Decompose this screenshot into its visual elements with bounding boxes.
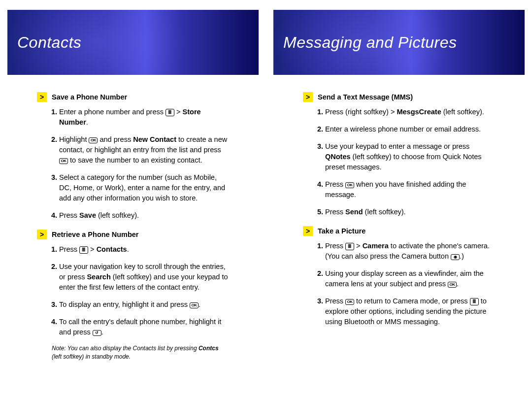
section-title: Take a Picture: [318, 227, 366, 235]
ok-icon: OK: [59, 158, 68, 164]
step: To call the entry's default phone number…: [59, 317, 229, 337]
step: Press Save (left softkey).: [59, 210, 229, 221]
menu-icon: ≣: [470, 298, 479, 305]
section-header: >Take a Picture: [303, 226, 495, 236]
arrow-icon: >: [303, 92, 313, 102]
ok-icon: OK: [345, 299, 354, 305]
step: To display an entry, highlight it and pr…: [59, 299, 229, 310]
banner-title-messaging: Messaging and Pictures: [283, 33, 457, 52]
arrow-icon: >: [303, 226, 313, 236]
section-title: Retrieve a Phone Number: [52, 231, 138, 238]
section: >Take a PicturePress ≣ > Camera to activ…: [303, 226, 495, 327]
section: >Retrieve a Phone NumberPress ≣ > Contac…: [37, 230, 229, 361]
step-list: Press ≣ > Contacts.Use your navigation k…: [37, 244, 229, 337]
step: Press ≣ > Contacts.: [59, 244, 229, 255]
ok-icon: OK: [448, 282, 457, 288]
step: Select a category for the number (such a…: [59, 172, 229, 203]
page-contacts: Contacts >Save a Phone NumberEnter a pho…: [7, 10, 259, 370]
ok-icon: OK: [89, 137, 98, 143]
step: Use your navigation key to scroll throug…: [59, 262, 229, 293]
menu-icon: ≣: [79, 246, 88, 254]
arrow-icon: >: [37, 230, 47, 239]
step-list: Press (right softkey) > MesgsCreate (lef…: [303, 107, 495, 217]
step: Press OK to return to Camera mode, or pr…: [325, 296, 495, 327]
ok-icon: OK: [190, 302, 199, 308]
section: >Save a Phone NumberEnter a phone number…: [37, 92, 229, 221]
arrow-icon: >: [37, 92, 47, 102]
section-header: >Send a Text Message (MMS): [303, 92, 495, 102]
step: Use your keypad to enter a message or pr…: [325, 141, 495, 172]
step-list: Enter a phone number and press ≣ > Store…: [37, 107, 229, 221]
menu-icon: ≣: [345, 243, 354, 250]
step: Using your display screen as a viewfinde…: [325, 268, 495, 289]
ok-icon: OK: [345, 182, 354, 188]
step: Press Send (left softkey).: [325, 207, 495, 217]
note: Note: You can also display the Contacts …: [37, 344, 229, 361]
menu-icon: ≣: [166, 109, 174, 116]
content-left: >Save a Phone NumberEnter a phone number…: [7, 92, 259, 361]
section-header: >Save a Phone Number: [37, 92, 229, 102]
page-messaging: Messaging and Pictures >Send a Text Mess…: [273, 10, 525, 370]
section: >Send a Text Message (MMS)Press (right s…: [303, 92, 495, 217]
step: Enter a phone number and press ≣ > Store…: [59, 107, 229, 128]
section-title: Save a Phone Number: [52, 93, 127, 101]
step: Press (right softkey) > MesgsCreate (lef…: [325, 107, 495, 117]
step: Enter a wireless phone number or email a…: [325, 124, 495, 134]
step: Highlight OK and press New Contact to cr…: [59, 134, 229, 166]
banner-contacts: Contacts: [7, 10, 259, 75]
step-list: Press ≣ > Camera to activate the phone's…: [303, 241, 495, 327]
step: Press ≣ > Camera to activate the phone's…: [325, 241, 495, 262]
camera-icon: ◉: [451, 254, 460, 260]
section-header: >Retrieve a Phone Number: [37, 230, 229, 239]
content-right: >Send a Text Message (MMS)Press (right s…: [273, 92, 525, 327]
section-title: Send a Text Message (MMS): [318, 93, 413, 101]
step: Press OK when you have finished adding t…: [325, 179, 495, 200]
call-icon: ↺: [93, 330, 101, 336]
banner-title-contacts: Contacts: [17, 33, 81, 52]
banner-messaging: Messaging and Pictures: [273, 10, 525, 75]
